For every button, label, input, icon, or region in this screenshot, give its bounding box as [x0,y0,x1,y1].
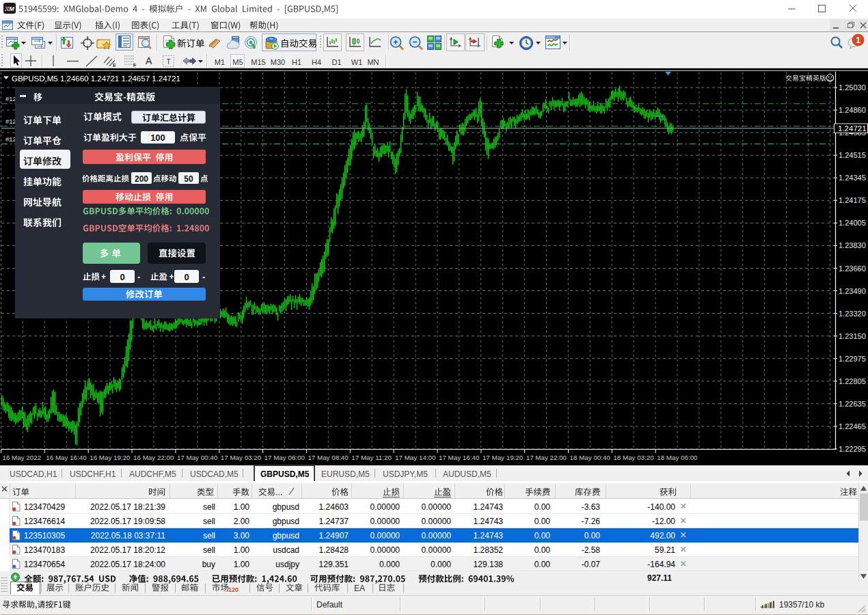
svg-text:1.22295: 1.22295 [839,445,866,453]
svg-text:GBPUSD,M5 1.24660 1.24721 1.2: GBPUSD,M5 1.24660 1.24721 1.24657 1.2472… [12,74,180,83]
svg-text:1.23660: 1.23660 [839,264,866,273]
svg-text:1.22465: 1.22465 [839,422,866,430]
svg-text:T: T [166,58,170,66]
svg-text:1.22805: 1.22805 [839,377,866,385]
svg-text:16 May 2022: 16 May 2022 [3,454,42,461]
svg-text:17 May 00:40: 17 May 00:40 [177,454,218,461]
svg-text:1.24345: 1.24345 [839,174,866,182]
svg-text:1.24860: 1.24860 [839,106,866,114]
svg-text:F: F [133,63,137,68]
svg-text:E: E [113,63,116,68]
svg-text:1.24515: 1.24515 [839,151,866,159]
svg-text:17 May 06:00: 17 May 06:00 [265,454,306,461]
svg-text:16 May 19:20: 16 May 19:20 [90,454,131,461]
svg-text:1.23150: 1.23150 [839,332,866,340]
svg-text:18 May 03:20: 18 May 03:20 [613,454,654,461]
svg-text:17 May 19:20: 17 May 19:20 [483,454,524,461]
svg-text:17 May 03:20: 17 May 03:20 [221,454,262,461]
svg-text:1.25030: 1.25030 [839,83,866,92]
svg-text:17 May 11:20: 17 May 11:20 [351,454,392,461]
svg-text:1.24005: 1.24005 [839,219,866,227]
svg-text:1.23830: 1.23830 [839,241,866,249]
svg-text:18 May 06:00: 18 May 06:00 [657,454,698,461]
svg-text:1.23320: 1.23320 [839,310,866,318]
svg-text:1.22635: 1.22635 [839,400,866,408]
svg-text:1.24175: 1.24175 [839,196,866,204]
svg-text:18 May 00:40: 18 May 00:40 [570,454,611,461]
svg-text:1: 1 [856,36,860,45]
svg-text:1.24721: 1.24721 [838,124,867,133]
svg-text:1.22975: 1.22975 [839,355,866,363]
svg-text:17 May 08:40: 17 May 08:40 [308,454,349,461]
svg-text:17 May 22:00: 17 May 22:00 [526,454,567,461]
svg-text:17 May 16:40: 17 May 16:40 [439,454,480,461]
svg-text:16 May 22:00: 16 May 22:00 [133,454,174,461]
svg-text:16 May 16:40: 16 May 16:40 [46,454,87,461]
svg-text:1.23490: 1.23490 [839,287,866,295]
svg-text:17 May 14:00: 17 May 14:00 [395,454,436,461]
